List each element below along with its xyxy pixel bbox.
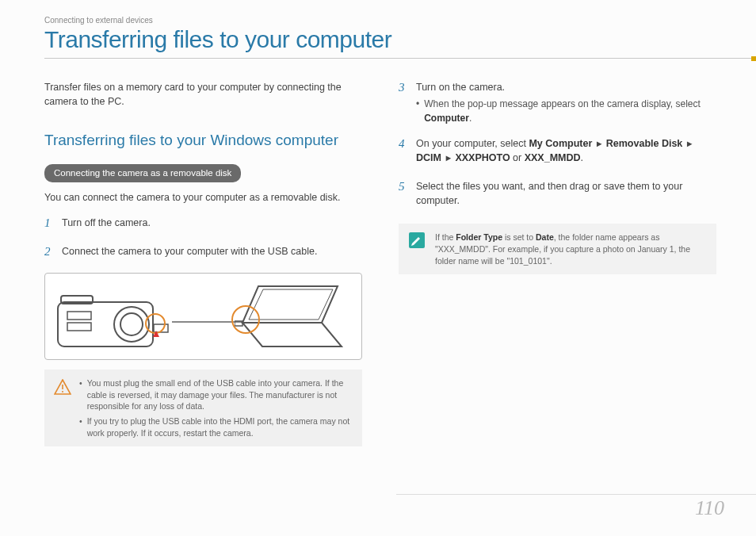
- warning-text-2: If you try to plug the USB cable into th…: [87, 415, 353, 438]
- bullet-dot: •: [79, 415, 82, 438]
- step-text: Select the files you want, and then drag…: [416, 179, 716, 208]
- step-text: Turn off the camera.: [62, 216, 362, 230]
- bullet-dot: •: [416, 98, 419, 125]
- info-note: If the Folder Type is set to Date, the f…: [399, 224, 716, 274]
- intro-text: Transfer files on a memory card to your …: [44, 80, 362, 109]
- bullet-dot: •: [79, 377, 82, 412]
- section-heading-windows: Transferring files to your Windows compu…: [44, 131, 362, 150]
- left-column: Transfer files on a memory card to your …: [44, 80, 362, 446]
- svg-marker-8: [249, 289, 333, 320]
- breadcrumb: Connecting to external devices: [44, 16, 716, 25]
- warning-text-1: You must plug the small end of the USB c…: [87, 377, 353, 412]
- step-text: On your computer, select My Computer ► R…: [416, 136, 716, 165]
- step-5: 5 Select the files you want, and then dr…: [399, 179, 716, 211]
- svg-rect-4: [67, 312, 91, 320]
- warning-note: •You must plug the small end of the USB …: [44, 369, 362, 446]
- usb-connection-diagram: [44, 273, 362, 360]
- step-text: Connect the camera to your computer with…: [62, 244, 362, 258]
- step-subtext: When the pop-up message appears on the c…: [424, 98, 716, 125]
- step-2: 2 Connect the camera to your computer wi…: [44, 244, 362, 262]
- step-number: 4: [399, 136, 408, 168]
- page-title: Transferring files to your computer: [44, 26, 716, 58]
- step-number: 3: [399, 80, 408, 125]
- step-number: 1: [44, 216, 54, 233]
- step-1: 1 Turn off the camera.: [44, 216, 362, 233]
- step-4: 4 On your computer, select My Computer ►…: [399, 136, 716, 168]
- page-number: 110: [695, 496, 724, 520]
- step-text: Turn on the camera.: [416, 80, 716, 94]
- svg-rect-5: [67, 323, 91, 331]
- step-number: 5: [399, 179, 408, 211]
- arrow-indicator-icon: [153, 331, 159, 337]
- lead-text: You can connect the camera to your compu…: [44, 190, 362, 205]
- svg-point-13: [62, 391, 63, 392]
- info-text: If the Folder Type is set to Date, the f…: [435, 232, 707, 266]
- subsection-pill: Connecting the camera as a removable dis…: [44, 164, 241, 182]
- warning-triangle-icon: [54, 377, 71, 395]
- highlight-circle-laptop-port: [231, 305, 260, 334]
- svg-point-2: [114, 307, 149, 342]
- step-3: 3 Turn on the camera. • When the pop-up …: [399, 80, 716, 125]
- step-number: 2: [44, 244, 54, 262]
- right-column: 3 Turn on the camera. • When the pop-up …: [399, 80, 716, 446]
- svg-point-3: [120, 313, 143, 335]
- footer-divider: [396, 494, 756, 495]
- pencil-note-icon: [408, 232, 426, 253]
- title-divider: [44, 58, 716, 59]
